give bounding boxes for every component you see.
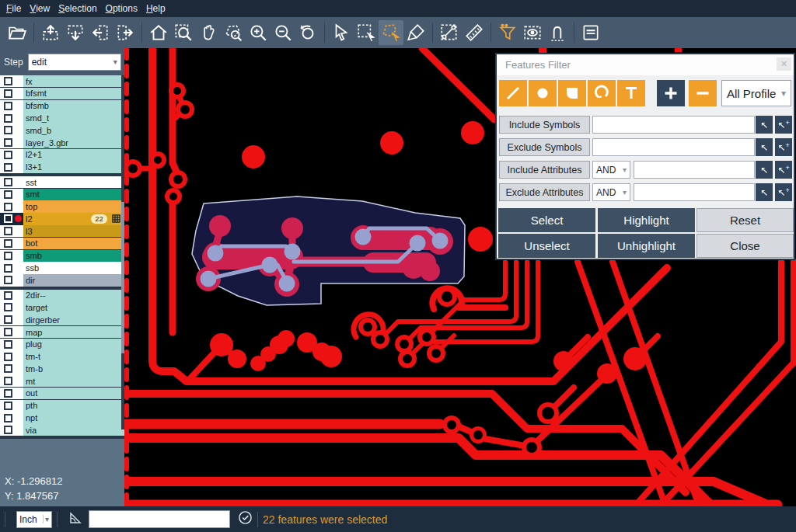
exclude-symbols-button[interactable]: Exclude Symbols: [499, 138, 590, 156]
layer-name[interactable]: ssb: [23, 262, 124, 273]
menu-selection[interactable]: Selection: [58, 3, 96, 14]
profile-select[interactable]: All Profile ▾: [721, 80, 791, 106]
layer-name[interactable]: map: [23, 326, 124, 338]
menu-options[interactable]: Options: [106, 3, 138, 14]
close-button[interactable]: Close: [696, 234, 794, 258]
filter-type-surface-button[interactable]: [558, 80, 586, 106]
layer-visibility-checkbox[interactable]: [4, 114, 12, 123]
layer-row-npt[interactable]: npt: [0, 412, 124, 423]
layer-name[interactable]: smd_t: [23, 112, 124, 123]
layer-row-out[interactable]: out: [0, 388, 124, 399]
layer-row-fx[interactable]: fx: [0, 75, 124, 87]
exclude-attributes-button[interactable]: Exclude Attributes: [499, 183, 590, 201]
view-options-button[interactable]: [520, 20, 545, 45]
unhighlight-button[interactable]: Unhighlight: [598, 234, 695, 258]
layer-visibility-checkbox[interactable]: [4, 77, 12, 85]
layer-row-top[interactable]: top: [0, 200, 124, 212]
layer-row-bfsmb[interactable]: bfsmb: [0, 100, 124, 112]
layer-visibility-checkbox[interactable]: [4, 328, 12, 336]
layer-name[interactable]: bot: [23, 238, 124, 249]
layer-row-target[interactable]: target: [0, 301, 124, 313]
import-down-button[interactable]: [63, 20, 88, 45]
layer-row-2dir--[interactable]: 2dir--: [0, 290, 124, 301]
layer-row-l3[interactable]: l3: [0, 225, 124, 237]
layer-row-dirgerber[interactable]: dirgerber: [0, 314, 124, 325]
include-symbols-button[interactable]: Include Symbols: [499, 116, 590, 134]
include-attributes-operator[interactable]: AND▾: [592, 161, 630, 179]
exclude-attributes-operator[interactable]: AND▾: [592, 183, 630, 201]
layer-name[interactable]: smd_b: [23, 124, 124, 136]
exclude-attributes-field[interactable]: [634, 183, 755, 201]
add-filter-button[interactable]: [657, 80, 685, 106]
layer-name[interactable]: bfsmt: [23, 88, 124, 99]
layer-visibility-checkbox[interactable]: [4, 190, 12, 199]
layer-row-sst[interactable]: sst: [0, 176, 124, 188]
layer-visibility-checkbox[interactable]: [4, 163, 12, 172]
layer-visibility-checkbox[interactable]: [4, 276, 12, 284]
layer-name[interactable]: target: [23, 301, 124, 313]
filter-type-arc-button[interactable]: [588, 80, 616, 106]
exclude-symbols-field[interactable]: [592, 138, 755, 156]
layer-name[interactable]: dir: [23, 274, 124, 286]
pick-add-attribute-button[interactable]: ↖+: [775, 161, 792, 179]
zoom-window-button[interactable]: [171, 20, 196, 45]
layer-visibility-checkbox[interactable]: [4, 340, 12, 349]
layer-row-smb[interactable]: smb: [0, 250, 124, 262]
zoom-in-button[interactable]: [246, 20, 271, 45]
open-file-button[interactable]: [5, 20, 30, 45]
layer-grid-icon[interactable]: [112, 214, 120, 224]
layer-row-tm-t[interactable]: tm-t: [0, 350, 124, 362]
layer-row-tm-b[interactable]: tm-b: [0, 363, 124, 374]
layer-name[interactable]: npt: [23, 412, 124, 423]
pick-add-attribute-button[interactable]: ↖+: [775, 183, 792, 201]
select-pointer-button[interactable]: [329, 20, 354, 45]
step-select[interactable]: edit ▾: [28, 54, 121, 71]
layer-visibility-checkbox[interactable]: [4, 389, 12, 398]
layer-name[interactable]: pth: [23, 400, 124, 412]
layer-visibility-checkbox[interactable]: [4, 315, 12, 324]
command-input[interactable]: [89, 510, 230, 528]
layer-name[interactable]: l2+1: [23, 149, 124, 161]
snap-path-button[interactable]: [545, 20, 570, 45]
layer-name[interactable]: fx: [23, 75, 124, 87]
layer-name[interactable]: dirgerber: [23, 314, 124, 325]
layer-name[interactable]: l222: [23, 213, 124, 224]
pick-symbol-button[interactable]: ↖: [756, 116, 773, 134]
layer-row-l2[interactable]: l222: [0, 213, 124, 224]
dialog-close-button[interactable]: ✕: [777, 57, 791, 71]
menu-help[interactable]: Help: [146, 3, 166, 14]
layer-row-l3+1[interactable]: l3+1: [0, 161, 124, 172]
layer-name[interactable]: layer_3.gbr: [23, 137, 124, 148]
layer-name[interactable]: smt: [23, 189, 124, 200]
layer-row-layer_3.gbr[interactable]: layer_3.gbr: [0, 137, 124, 148]
layer-name[interactable]: out: [23, 388, 124, 399]
layer-visibility-checkbox[interactable]: [4, 102, 12, 110]
layer-visibility-checkbox[interactable]: [4, 126, 12, 134]
select-button[interactable]: Select: [498, 208, 595, 232]
unselect-button[interactable]: Unselect: [498, 234, 595, 258]
layers-panel-button[interactable]: [578, 20, 603, 45]
features-filter-button[interactable]: [495, 20, 520, 45]
layer-row-l2+1[interactable]: l2+1: [0, 149, 124, 161]
layer-visibility-checkbox[interactable]: [4, 89, 12, 98]
layer-row-smd_t[interactable]: smd_t: [0, 112, 124, 123]
layer-visibility-checkbox[interactable]: [4, 227, 12, 235]
filter-type-line-button[interactable]: [499, 80, 527, 106]
layer-visibility-checkbox[interactable]: [4, 239, 12, 248]
move-right-button[interactable]: [113, 20, 138, 45]
zoom-polygon-button[interactable]: [221, 20, 246, 45]
layer-visibility-checkbox[interactable]: [4, 402, 12, 410]
zoom-previous-button[interactable]: [295, 20, 320, 45]
dialog-titlebar[interactable]: Features Filter ✕: [497, 54, 794, 75]
zoom-out-button[interactable]: [271, 20, 295, 45]
layer-name[interactable]: smb: [23, 250, 124, 262]
layer-name[interactable]: top: [23, 200, 124, 212]
layer-visibility-checkbox[interactable]: [4, 303, 12, 311]
layer-row-bot[interactable]: bot: [0, 238, 124, 249]
pan-hand-button[interactable]: [196, 20, 221, 45]
layer-visibility-checkbox[interactable]: [4, 264, 12, 273]
include-attributes-field[interactable]: [634, 161, 755, 179]
layer-visibility-checkbox[interactable]: [4, 426, 12, 434]
layer-row-pth[interactable]: pth: [0, 400, 124, 412]
layer-row-ssb[interactable]: ssb: [0, 262, 124, 273]
